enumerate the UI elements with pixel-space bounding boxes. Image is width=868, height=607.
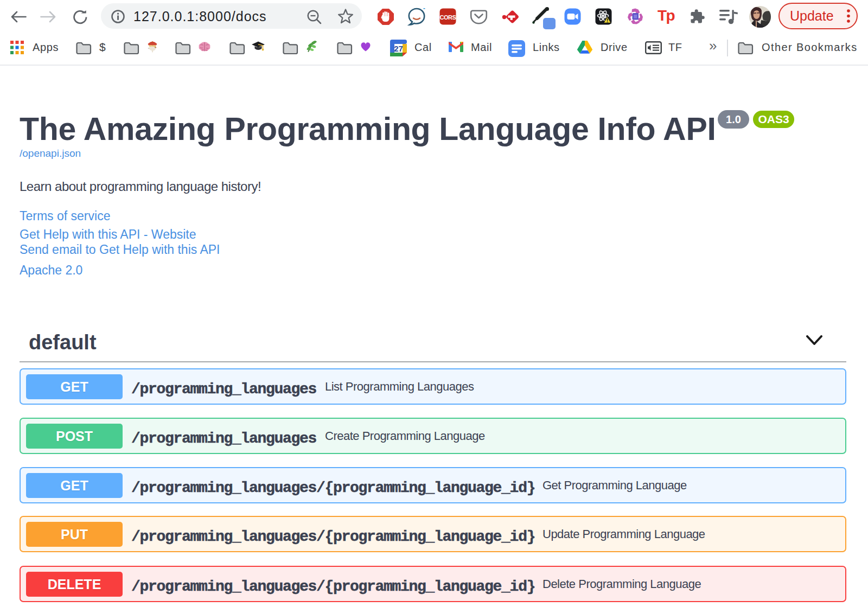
svg-text:27: 27 [394, 44, 403, 53]
svg-text:CORS: CORS [440, 14, 456, 21]
